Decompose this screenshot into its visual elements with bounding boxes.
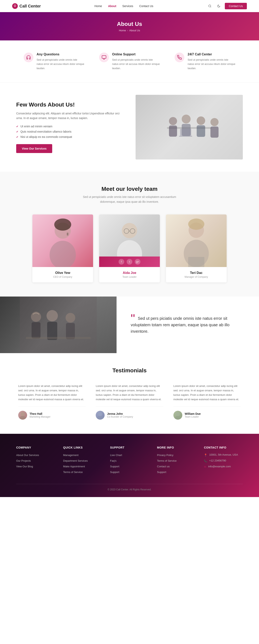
author-name-2: William Due bbox=[185, 412, 201, 416]
author-avatar-1 bbox=[96, 411, 105, 420]
team-card-image-1: f t g+ bbox=[99, 214, 160, 267]
about-description: Consectetur adipiscing elit. Aliquam sit… bbox=[16, 111, 123, 121]
navbar: Call Center Home About Services Contact … bbox=[0, 0, 259, 12]
quote-text: " Sed ut pers piciatis unde omnis iste n… bbox=[131, 315, 245, 335]
breadcrumb-separator: › bbox=[127, 29, 128, 32]
svg-point-36 bbox=[98, 412, 102, 416]
about-image-placeholder bbox=[136, 95, 243, 160]
testimonial-text-2: Lorem ipsum dolor sit amet, consectetur … bbox=[173, 384, 241, 402]
team-card-info-0: Olive Yew CEO of Company bbox=[32, 267, 93, 282]
team-grid: Olive Yew CEO of Company bbox=[16, 214, 243, 282]
logo-text: Call Center bbox=[20, 4, 41, 8]
footer-link-2-0[interactable]: Live Chart bbox=[110, 454, 122, 456]
footer-link-item: View Our Blog bbox=[16, 464, 55, 468]
svg-point-9 bbox=[210, 118, 218, 126]
hero-title: About Us bbox=[117, 21, 142, 27]
footer-link-1-2[interactable]: Make Appointment bbox=[63, 465, 85, 468]
svg-point-31 bbox=[66, 313, 75, 322]
breadcrumb-home[interactable]: Home bbox=[119, 29, 126, 32]
footer-bottom: © 2023 Call Center. All Rights Reserved. bbox=[16, 484, 243, 491]
twitter-icon[interactable]: t bbox=[127, 259, 132, 264]
svg-rect-33 bbox=[26, 337, 91, 339]
nav-home[interactable]: Home bbox=[95, 4, 102, 8]
author-title-1: Co-founder of Company bbox=[107, 416, 133, 418]
footer-links-moreinfo: Privacy Policy Terms of Service Contact … bbox=[157, 453, 196, 474]
footer-link-item: Management bbox=[63, 453, 102, 457]
footer-link-2-3[interactable]: Support bbox=[110, 470, 119, 474]
phone-icon bbox=[175, 52, 184, 62]
testimonials-title: Testimonials bbox=[16, 367, 243, 374]
team-subtitle: Sed ut perspiciatis unde omnis iste natu… bbox=[79, 195, 180, 204]
nav-services[interactable]: Services bbox=[122, 4, 133, 8]
team-social-0: f t g+ bbox=[99, 256, 160, 267]
laptop-icon bbox=[99, 52, 109, 62]
footer-link-3-0[interactable]: Privacy Policy bbox=[157, 454, 173, 456]
footer-links-quick: Management Department Services Make Appo… bbox=[63, 453, 102, 474]
team-member-name-0: Olive Yew bbox=[37, 271, 89, 275]
footer-link-item: Live Chart bbox=[110, 453, 149, 457]
footer-heading-3: MORE INFO bbox=[157, 446, 196, 449]
team-member-photo-0 bbox=[32, 214, 93, 267]
svg-point-15 bbox=[54, 218, 71, 231]
nav-contact[interactable]: Contact Us bbox=[139, 4, 153, 8]
about-right bbox=[136, 95, 243, 160]
footer-col-support: SUPPORT Live Chart Faq's Support Support bbox=[110, 446, 149, 476]
footer-link-3-2[interactable]: Contact us bbox=[157, 465, 170, 468]
email-icon: ✉ bbox=[204, 465, 206, 468]
footer-email: ✉ info@example.com bbox=[204, 465, 243, 468]
phone-contact-icon: 📞 bbox=[204, 460, 207, 462]
footer-link-3-1[interactable]: Terms of Service bbox=[157, 459, 177, 462]
svg-point-3 bbox=[169, 117, 177, 125]
footer-link-2-2[interactable]: Support bbox=[110, 465, 119, 468]
feature-content-questions: Any Questions Sed ut perspiciatis unde o… bbox=[37, 52, 84, 70]
footer-heading-1: QUICK LINKS bbox=[63, 446, 102, 449]
author-avatar-2 bbox=[173, 411, 182, 420]
footer: COMPANY About Our Services Our Projects … bbox=[0, 434, 259, 497]
search-icon[interactable] bbox=[207, 3, 213, 9]
footer-link-0-2[interactable]: View Our Blog bbox=[16, 465, 33, 468]
team-header: Meet our lovely team Sed ut perspiciatis… bbox=[16, 186, 243, 204]
svg-point-24 bbox=[188, 218, 204, 230]
footer-link-2-1[interactable]: Faq's bbox=[110, 459, 116, 462]
footer-links-support: Live Chart Faq's Support Support bbox=[110, 453, 149, 474]
contact-us-button[interactable]: Contact Us bbox=[225, 3, 247, 9]
svg-rect-26 bbox=[20, 296, 97, 353]
nav-about[interactable]: About bbox=[108, 4, 116, 8]
team-card-1: f t g+ Aida Joe Team Leader bbox=[99, 214, 160, 282]
footer-heading-0: COMPANY bbox=[16, 446, 55, 449]
feature-title-1: Online Support bbox=[112, 52, 160, 56]
author-info-2: William Due Team Leader bbox=[185, 412, 201, 418]
author-name-0: Theo Hall bbox=[30, 412, 50, 416]
svg-rect-4 bbox=[169, 126, 177, 137]
footer-col-company: COMPANY About Our Services Our Projects … bbox=[16, 446, 55, 476]
google-plus-icon[interactable]: g+ bbox=[135, 259, 140, 264]
footer-link-0-0[interactable]: About Our Services bbox=[16, 454, 39, 456]
about-image bbox=[136, 95, 243, 160]
theme-toggle-icon[interactable] bbox=[216, 3, 221, 9]
testimonials-header: Testimonials bbox=[16, 367, 243, 374]
team-card-info-1: Aida Joe Team Leader bbox=[99, 267, 160, 282]
feature-item-questions: Any Questions Sed ut perspiciatis unde o… bbox=[24, 52, 84, 70]
footer-link-1-3[interactable]: Terms of Service bbox=[63, 470, 83, 474]
footer-link-item: Privacy Policy bbox=[157, 453, 196, 457]
svg-point-14 bbox=[50, 241, 76, 267]
breadcrumb-current: About Us bbox=[129, 29, 140, 32]
footer-links-company: About Our Services Our Projects View Our… bbox=[16, 453, 55, 468]
svg-point-0 bbox=[209, 5, 211, 7]
testimonial-author-1: Jenna John Co-founder of Company bbox=[96, 406, 163, 420]
svg-point-29 bbox=[47, 310, 58, 322]
footer-link-0-1[interactable]: Our Projects bbox=[16, 459, 31, 462]
facebook-icon[interactable]: f bbox=[119, 259, 124, 264]
footer-link-item: About Our Services bbox=[16, 453, 55, 457]
quote-marks-icon: " bbox=[131, 316, 135, 322]
footer-link-item: Make Appointment bbox=[63, 464, 102, 468]
footer-link-1-0[interactable]: Management bbox=[63, 454, 79, 456]
footer-link-3-3[interactable]: Support bbox=[157, 470, 166, 474]
feature-text-0: Sed ut perspiciatis unde omnis iste natu… bbox=[37, 58, 84, 70]
view-services-button[interactable]: View Our Services bbox=[16, 144, 52, 153]
about-checklist: Ut enim ad minim veniam Quis nostrud exe… bbox=[16, 125, 123, 138]
footer-link-1-1[interactable]: Department Services bbox=[63, 459, 88, 462]
svg-point-38 bbox=[176, 412, 180, 416]
site-logo[interactable]: Call Center bbox=[12, 3, 41, 9]
hero-banner: About Us Home › About Us bbox=[0, 12, 259, 40]
